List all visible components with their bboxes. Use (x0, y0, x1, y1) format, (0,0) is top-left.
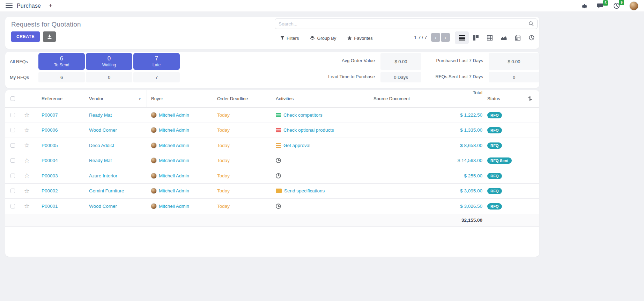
row-checkbox[interactable] (10, 189, 15, 193)
row-checkbox[interactable] (10, 158, 15, 163)
filters-button[interactable]: Filters (280, 36, 299, 41)
vendor-link[interactable]: Ready Mat (89, 158, 112, 163)
activity-clock-icon (276, 158, 281, 163)
select-all-checkbox[interactable] (10, 96, 15, 101)
reference-link[interactable]: P00007 (34, 112, 89, 118)
header-source-document[interactable]: Source Document (373, 90, 436, 107)
graph-view-button[interactable] (497, 31, 511, 44)
search-icon[interactable] (528, 21, 534, 27)
reference-link[interactable]: P00006 (34, 127, 89, 133)
optional-columns-button[interactable] (521, 90, 539, 107)
table-row[interactable]: ☆ P00007 Ready Mat Mitchell Admin Today … (5, 108, 539, 123)
create-button[interactable]: CREATE (11, 31, 40, 42)
vendor-link[interactable]: Wood Corner (89, 127, 117, 133)
reference-link[interactable]: P00004 (34, 158, 89, 163)
debug-bug-icon[interactable] (582, 3, 587, 9)
vendor-link[interactable]: Azure Interior (89, 173, 117, 178)
apps-menu-icon[interactable] (6, 3, 13, 8)
favorite-star-icon[interactable]: ☆ (24, 127, 30, 133)
header-activities[interactable]: Activities (276, 90, 373, 107)
messages-icon[interactable]: 5 (597, 3, 604, 9)
kpi-late-button[interactable]: 7 Late (133, 53, 180, 70)
reference-link[interactable]: P00001 (34, 204, 89, 209)
favorite-star-icon[interactable]: ☆ (24, 203, 30, 209)
row-checkbox[interactable] (10, 128, 15, 132)
header-total[interactable]: Total (436, 90, 482, 107)
header-reference[interactable]: Reference (34, 90, 89, 107)
status-badge: RFQ (487, 127, 502, 133)
header-buyer[interactable]: Buyer (147, 90, 216, 107)
kpi-waiting-button[interactable]: 0 Waiting (86, 53, 132, 70)
pager-next-button[interactable]: › (441, 33, 450, 42)
group-by-button[interactable]: Group By (310, 36, 336, 41)
reference-link[interactable]: P00005 (34, 143, 89, 148)
buyer-avatar (151, 112, 157, 118)
header-vendor[interactable]: Vendor ∨ (89, 90, 147, 107)
activities-clock-icon[interactable]: 9 (613, 2, 620, 9)
activity-view-button[interactable] (525, 31, 539, 44)
favorite-star-icon[interactable]: ☆ (24, 157, 30, 164)
activity-cell[interactable] (276, 158, 373, 163)
pivot-view-button[interactable] (483, 31, 497, 44)
calendar-view-button[interactable] (511, 31, 525, 44)
activity-label[interactable]: Send specifications (284, 188, 325, 193)
vendor-link[interactable]: Deco Addict (89, 143, 114, 148)
row-checkbox[interactable] (10, 113, 15, 117)
row-checkbox[interactable] (10, 204, 15, 208)
buyer-name[interactable]: Mitchell Admin (159, 188, 189, 193)
activity-cell[interactable] (276, 173, 373, 178)
export-download-button[interactable] (43, 31, 56, 42)
activity-label[interactable]: Check optional products (283, 127, 334, 133)
new-tab-button[interactable]: + (49, 2, 52, 9)
table-row[interactable]: ☆ P00004 Ready Mat Mitchell Admin Today … (5, 153, 539, 169)
my-late-cell[interactable]: 7 (133, 72, 180, 82)
user-avatar[interactable] (629, 1, 638, 10)
list-view-button[interactable] (455, 31, 469, 44)
favorite-star-icon[interactable]: ☆ (24, 112, 30, 118)
buyer-name[interactable]: Mitchell Admin (159, 173, 189, 178)
buyer-name[interactable]: Mitchell Admin (159, 127, 189, 133)
buyer-name[interactable]: Mitchell Admin (159, 112, 189, 118)
row-checkbox[interactable] (10, 143, 15, 148)
row-checkbox[interactable] (10, 174, 15, 178)
table-row[interactable]: ☆ P00005 Deco Addict Mitchell Admin Toda… (5, 138, 539, 153)
activity-cell[interactable]: Check competitors (276, 112, 373, 118)
grand-total: 32,155.00 (436, 218, 482, 223)
search-input[interactable] (279, 21, 528, 27)
search-bar[interactable] (275, 19, 538, 29)
table-header-row: Reference Vendor ∨ Buyer Order Deadline … (5, 90, 539, 108)
table-row[interactable]: ☆ P00006 Wood Corner Mitchell Admin Toda… (5, 123, 539, 138)
my-to-send-cell[interactable]: 6 (38, 72, 85, 82)
buyer-name[interactable]: Mitchell Admin (159, 204, 189, 209)
my-waiting-cell[interactable]: 0 (86, 72, 132, 82)
activity-cell[interactable]: Get approval (276, 143, 373, 148)
activity-label[interactable]: Get approval (283, 143, 310, 148)
header-order-deadline[interactable]: Order Deadline (216, 90, 276, 107)
favorite-star-icon[interactable]: ☆ (24, 142, 30, 148)
favorites-button[interactable]: Favorites (347, 36, 372, 41)
buyer-name[interactable]: Mitchell Admin (159, 158, 189, 163)
reference-link[interactable]: P00003 (34, 173, 89, 178)
table-row[interactable]: ☆ P00003 Azure Interior Mitchell Admin T… (5, 168, 539, 184)
header-status[interactable]: Status (482, 90, 521, 107)
reference-link[interactable]: P00002 (34, 188, 89, 193)
lead-time-label: Lead Time to Purchase (295, 74, 375, 79)
avg-order-value-label: Avg Order Value (295, 58, 375, 63)
app-name[interactable]: Purchase (17, 3, 41, 9)
activity-label[interactable]: Check competitors (283, 112, 323, 118)
kanban-view-button[interactable] (469, 31, 483, 44)
all-rfqs-label: All RFQs (10, 59, 28, 64)
activity-cell[interactable]: Check optional products (276, 127, 373, 133)
table-row[interactable]: ☆ P00001 Wood Corner Mitchell Admin Toda… (5, 199, 539, 214)
activity-cell[interactable]: Send specifications (276, 188, 373, 193)
vendor-link[interactable]: Gemini Furniture (89, 188, 124, 193)
table-row[interactable]: ☆ P00002 Gemini Furniture Mitchell Admin… (5, 184, 539, 199)
vendor-link[interactable]: Wood Corner (89, 204, 117, 209)
favorite-star-icon[interactable]: ☆ (24, 188, 30, 194)
kpi-to-send-button[interactable]: 6 To Send (38, 53, 85, 70)
activity-cell[interactable] (276, 204, 373, 209)
buyer-name[interactable]: Mitchell Admin (159, 143, 189, 148)
favorite-star-icon[interactable]: ☆ (24, 172, 30, 179)
pager-previous-button[interactable]: ‹ (431, 33, 440, 42)
vendor-link[interactable]: Ready Mat (89, 112, 112, 118)
